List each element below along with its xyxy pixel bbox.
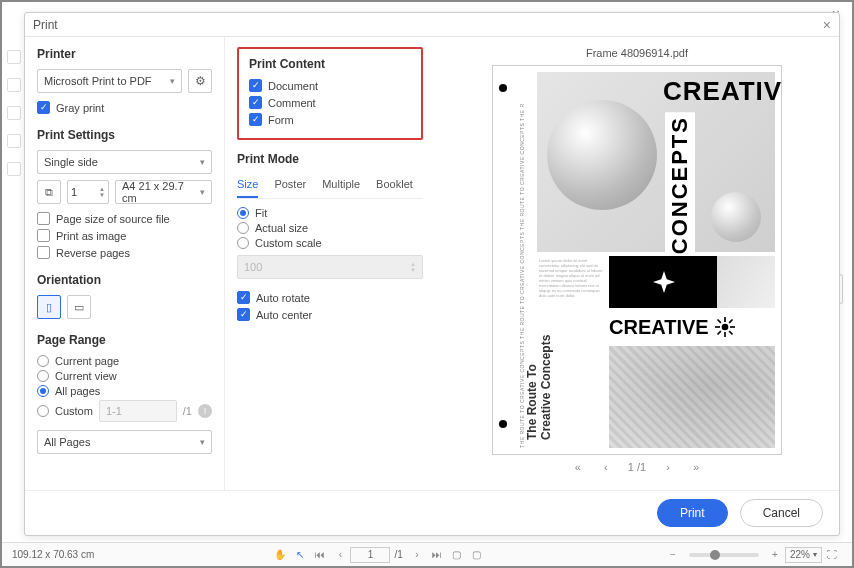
landscape-icon: ▭ — [74, 301, 84, 314]
content-document-checkbox[interactable] — [249, 79, 262, 92]
printer-select[interactable]: Microsoft Print to PDF ▾ — [37, 69, 182, 93]
zoom-out-icon[interactable]: − — [663, 549, 683, 560]
preview-art-route: The Route To Creative Concepts — [525, 320, 553, 440]
auto-center-checkbox[interactable] — [237, 308, 250, 321]
preview-filename: Frame 48096914.pdf — [586, 47, 688, 59]
preview-last-button[interactable]: » — [690, 461, 702, 473]
preview-next-button[interactable]: › — [662, 461, 674, 473]
page-range-filter-select[interactable]: All Pages ▾ — [37, 430, 212, 454]
toolbar-icon[interactable]: ▢ — [447, 549, 467, 560]
rail-icon[interactable] — [7, 134, 21, 148]
custom-scale-value: 100 — [244, 261, 262, 273]
scale-custom-radio[interactable] — [237, 237, 249, 249]
print-settings-section: Print Settings Single side ▾ ⧉ 1 ▲▼ A4 2… — [37, 128, 212, 259]
page-number-input[interactable]: 1 — [350, 547, 390, 563]
custom-range-input[interactable]: 1-1 — [99, 400, 177, 422]
zoom-in-icon[interactable]: + — [765, 549, 785, 560]
tab-poster[interactable]: Poster — [274, 174, 306, 198]
first-page-icon[interactable]: ⏮ — [310, 549, 330, 560]
page-size-source-checkbox[interactable] — [37, 212, 50, 225]
page-size-source-label: Page size of source file — [56, 213, 170, 225]
tab-booklet[interactable]: Booklet — [376, 174, 413, 198]
next-page-icon[interactable]: › — [407, 549, 427, 560]
dialog-body: Printer Microsoft Print to PDF ▾ ⚙ Gray … — [25, 37, 839, 490]
print-as-image-label: Print as image — [56, 230, 126, 242]
scale-actual-radio[interactable] — [237, 222, 249, 234]
orientation-landscape-button[interactable]: ▭ — [67, 295, 91, 319]
rail-icon[interactable] — [7, 162, 21, 176]
prev-page-icon[interactable]: ‹ — [330, 549, 350, 560]
tab-size[interactable]: Size — [237, 174, 258, 198]
rail-icon[interactable] — [7, 78, 21, 92]
current-page-radio[interactable] — [37, 355, 49, 367]
preview-first-button[interactable]: « — [572, 461, 584, 473]
preview-prev-button[interactable]: ‹ — [600, 461, 612, 473]
print-as-image-checkbox[interactable] — [37, 229, 50, 242]
info-icon[interactable]: ! — [198, 404, 212, 418]
printer-properties-button[interactable]: ⚙ — [188, 69, 212, 93]
svg-line-5 — [717, 320, 720, 323]
current-view-radio[interactable] — [37, 370, 49, 382]
reverse-pages-label: Reverse pages — [56, 247, 130, 259]
preview-page: THE ROUTE TO CREATIVE CONCEPTS THE ROUTE… — [492, 65, 782, 455]
scale-fit-radio[interactable] — [237, 207, 249, 219]
copies-stepper[interactable]: 1 ▲▼ — [67, 180, 109, 204]
auto-rotate-label: Auto rotate — [256, 292, 310, 304]
print-mode-heading: Print Mode — [237, 152, 423, 166]
preview-art-dot — [499, 420, 507, 428]
print-mode-tabs: Size Poster Multiple Booklet — [237, 174, 423, 199]
stepper-arrows-icon: ▲▼ — [410, 261, 416, 273]
gray-print-label: Gray print — [56, 102, 104, 114]
stepper-arrows-icon: ▲▼ — [99, 186, 105, 198]
page-range-section: Page Range Current page Current view All… — [37, 333, 212, 454]
auto-rotate-checkbox[interactable] — [237, 291, 250, 304]
tab-multiple[interactable]: Multiple — [322, 174, 360, 198]
content-comment-checkbox[interactable] — [249, 96, 262, 109]
print-button[interactable]: Print — [657, 499, 728, 527]
preview-art-sphere — [547, 100, 657, 210]
dialog-footer: Print Cancel — [25, 490, 839, 535]
rail-icon[interactable] — [7, 50, 21, 64]
custom-range-placeholder: 1-1 — [106, 405, 122, 417]
print-content-heading: Print Content — [249, 57, 411, 71]
page-number-value: 1 — [368, 549, 374, 560]
preview-art-blackbox — [609, 256, 719, 308]
close-icon[interactable]: × — [823, 17, 831, 33]
content-form-checkbox[interactable] — [249, 113, 262, 126]
chevron-down-icon: ▾ — [813, 550, 817, 559]
dialog-title: Print — [33, 18, 58, 32]
hand-tool-icon[interactable]: ✋ — [270, 549, 290, 560]
starburst-icon — [715, 317, 735, 337]
select-tool-icon[interactable]: ↖ — [290, 549, 310, 560]
svg-line-6 — [729, 331, 732, 334]
zoom-select[interactable]: 22% ▾ — [785, 547, 822, 563]
dialog-titlebar: Print × — [25, 13, 839, 37]
cancel-button[interactable]: Cancel — [740, 499, 823, 527]
preview-art-route1: The Route To — [525, 364, 539, 440]
fullscreen-icon[interactable]: ⛶ — [822, 549, 842, 560]
page-range-heading: Page Range — [37, 333, 212, 347]
orientation-heading: Orientation — [37, 273, 212, 287]
custom-range-radio[interactable] — [37, 405, 49, 417]
print-settings-heading: Print Settings — [37, 128, 212, 142]
collate-button[interactable]: ⧉ — [37, 180, 61, 204]
rail-icon[interactable] — [7, 106, 21, 120]
preview-art-concepts: CONCEPTS — [665, 112, 695, 258]
svg-line-8 — [717, 331, 720, 334]
custom-range-total: /1 — [183, 405, 192, 417]
last-page-icon[interactable]: ⏭ — [427, 549, 447, 560]
preview-art-sphere — [711, 192, 761, 242]
preview-pagination: « ‹ 1 /1 › » — [572, 461, 702, 473]
paper-size-select[interactable]: A4 21 x 29.7 cm ▾ — [115, 180, 212, 204]
orientation-portrait-button[interactable]: ▯ — [37, 295, 61, 319]
custom-scale-input[interactable]: 100 ▲▼ — [237, 255, 423, 279]
toolbar-icon[interactable]: ▢ — [467, 549, 487, 560]
gray-print-checkbox[interactable] — [37, 101, 50, 114]
zoom-slider[interactable] — [689, 553, 759, 557]
reverse-pages-checkbox[interactable] — [37, 246, 50, 259]
copies-value: 1 — [71, 186, 77, 198]
sparkle-icon — [653, 271, 675, 293]
zoom-value: 22% — [790, 549, 810, 560]
duplex-select[interactable]: Single side ▾ — [37, 150, 212, 174]
all-pages-radio[interactable] — [37, 385, 49, 397]
